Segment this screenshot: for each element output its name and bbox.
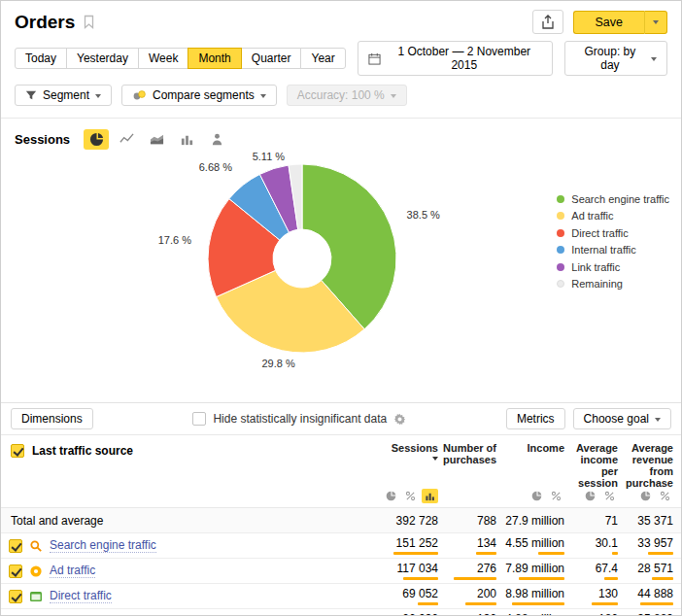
bookmark-icon[interactable] [83, 15, 95, 29]
metric-cell: 44 888 [626, 584, 681, 608]
view-percent-icon[interactable] [402, 489, 419, 503]
pie-value-label: 5.11 % [253, 151, 286, 162]
group-by-label: Group: by day [575, 45, 645, 72]
column-header-3[interactable]: Income [504, 435, 572, 507]
table-row[interactable]: Search engine traffic151 2521344.55 mill… [1, 533, 681, 559]
total-value: 71 [572, 508, 626, 532]
date-range-label: 1 October — 2 November 2015 [387, 45, 542, 72]
view-pie-icon[interactable] [582, 489, 598, 503]
column-header-4[interactable]: Average income per session [572, 435, 626, 507]
total-value: 788 [446, 508, 504, 532]
table-body: Search engine traffic151 2521344.55 mill… [1, 533, 681, 616]
table-header: Last traffic source SessionsNumber of pu… [1, 435, 681, 507]
sort-desc-icon [432, 457, 438, 463]
group-by-button[interactable]: Group: by day [564, 41, 667, 76]
period-tab-yesterday[interactable]: Yesterday [66, 48, 139, 69]
row-checkbox[interactable] [9, 565, 22, 578]
view-pie-icon[interactable] [529, 489, 545, 503]
share-icon [541, 15, 555, 29]
chevron-down-icon [95, 94, 101, 101]
value-bar [652, 577, 673, 580]
view-bars-icon[interactable] [422, 489, 438, 503]
page-title: Orders [15, 12, 75, 33]
metrics-button[interactable]: Metrics [506, 408, 565, 429]
row-checkbox[interactable] [9, 590, 22, 603]
column-header-5[interactable]: Average revenue from purchase [626, 435, 681, 507]
row-label[interactable]: Ad traffic [50, 565, 95, 578]
chart-type-switcher [84, 129, 229, 150]
legend-item[interactable]: Link traffic [557, 258, 669, 276]
metric-cell: 186 [572, 609, 626, 616]
dimension-header: Last traffic source [32, 444, 133, 458]
row-label[interactable]: Search engine traffic [50, 539, 156, 553]
segment-label: Segment [43, 88, 89, 102]
metric-cell: 8.98 million [504, 584, 572, 608]
gear-icon[interactable] [393, 413, 406, 426]
view-percent-icon[interactable] [548, 489, 564, 503]
column-label[interactable]: Average revenue from purchase [626, 442, 673, 489]
value-bar [418, 602, 438, 605]
row-checkbox[interactable] [9, 539, 22, 553]
segment-button[interactable]: Segment [15, 85, 112, 106]
value-bar [640, 602, 673, 605]
legend-dot [557, 195, 564, 203]
ad-icon [29, 565, 43, 578]
legend-label: Internal traffic [571, 244, 635, 256]
table-row[interactable]: Direct traffic69 0522008.98 million13044… [1, 584, 681, 609]
chart-type-person-icon[interactable] [204, 129, 229, 150]
legend-dot [557, 212, 564, 220]
select-all-checkbox[interactable] [11, 444, 24, 458]
table-row[interactable]: Internal traffic26 2361364.88 million186… [1, 609, 681, 616]
legend-item[interactable]: Ad traffic [557, 208, 669, 225]
date-range-button[interactable]: 1 October — 2 November 2015 [358, 41, 553, 76]
view-pie-icon[interactable] [637, 489, 654, 503]
chart-type-columns-chart-icon[interactable] [174, 129, 199, 150]
value-bar [512, 602, 564, 605]
metric-cell: 200 [446, 584, 504, 608]
period-tab-week[interactable]: Week [138, 48, 188, 69]
choose-goal-button[interactable]: Choose goal [573, 408, 671, 429]
column-label[interactable]: Average income per session [572, 442, 618, 489]
value-bar [519, 577, 564, 580]
chart-type-line-chart-icon[interactable] [114, 129, 139, 150]
period-tab-quarter[interactable]: Quarter [241, 48, 302, 69]
table-row[interactable]: Ad traffic117 0342767.89 million67.428 5… [1, 559, 681, 584]
export-button[interactable] [532, 10, 563, 34]
legend-item[interactable]: Internal traffic [557, 242, 669, 259]
accuracy-button[interactable]: Accuracy: 100 % [287, 85, 407, 106]
legend-item[interactable]: Remaining [557, 276, 669, 293]
hide-insignificant-checkbox[interactable] [192, 412, 206, 426]
chevron-down-icon [655, 418, 661, 425]
row-label[interactable]: Direct traffic [50, 590, 112, 603]
chevron-down-icon [260, 94, 266, 101]
legend-item[interactable]: Direct traffic [557, 224, 669, 242]
column-label[interactable]: Sessions [386, 442, 438, 465]
column-label[interactable]: Income [527, 442, 564, 454]
legend-item[interactable]: Search engine traffic [557, 190, 669, 208]
period-tab-today[interactable]: Today [15, 48, 67, 69]
view-percent-icon[interactable] [601, 489, 618, 503]
metric-cell: 130 [572, 584, 626, 608]
period-toolbar: TodayYesterdayWeekMonthQuarterYear 1 Oct… [1, 36, 681, 76]
column-header-1[interactable]: Sessions [386, 435, 446, 507]
chart-type-area-chart-icon[interactable] [144, 129, 169, 150]
table-section: Dimensions Hide statistically insignific… [1, 402, 681, 616]
metric-cell: 30.1 [572, 533, 626, 558]
value-bar [648, 552, 673, 555]
value-bar [592, 602, 618, 605]
view-percent-icon[interactable] [657, 489, 673, 503]
chart-metric-label: Sessions [15, 132, 70, 147]
save-dropdown-button[interactable] [644, 11, 667, 34]
compare-segments-label: Compare segments [153, 88, 255, 102]
period-tab-month[interactable]: Month [188, 48, 241, 69]
metric-cell: 35 889 [626, 609, 681, 616]
dimensions-button[interactable]: Dimensions [11, 408, 93, 429]
column-header-2[interactable]: Number of purchases [446, 435, 504, 507]
chart-type-pie-chart-icon[interactable] [84, 129, 109, 150]
column-label[interactable]: Number of purchases [443, 442, 496, 465]
view-pie-icon[interactable] [383, 489, 399, 503]
metric-cell: 69 052 [386, 584, 446, 608]
period-tab-year[interactable]: Year [300, 48, 345, 69]
compare-segments-button[interactable]: Compare segments [121, 85, 277, 106]
save-button[interactable]: Save [573, 11, 645, 34]
